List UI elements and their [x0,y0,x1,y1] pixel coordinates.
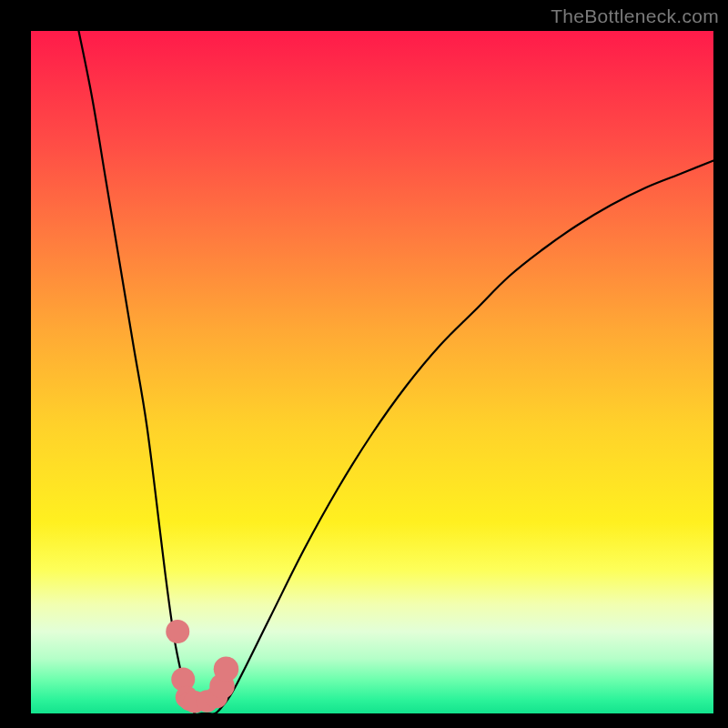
chart-plot-area [31,31,713,713]
watermark-text: TheBottleneck.com [551,5,719,27]
marker-dot [166,620,189,643]
bottleneck-curve [79,31,714,714]
marker-dot [214,657,239,682]
chart-frame: TheBottleneck.com [0,0,728,728]
chart-svg [31,31,713,713]
